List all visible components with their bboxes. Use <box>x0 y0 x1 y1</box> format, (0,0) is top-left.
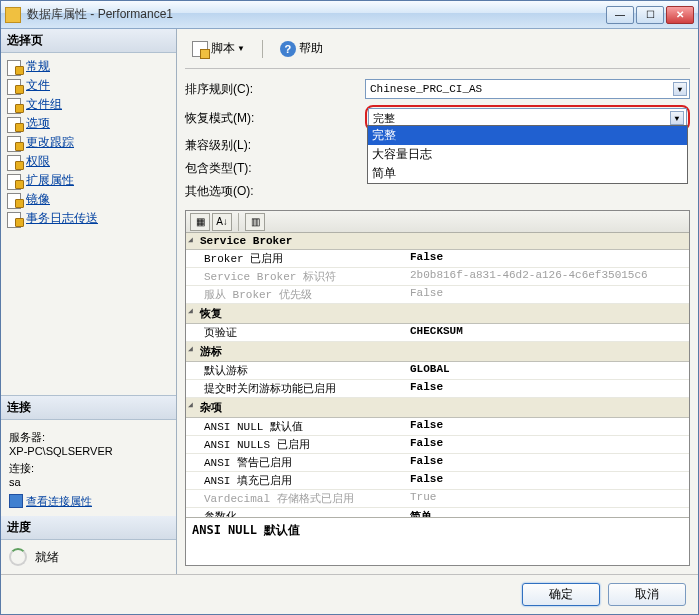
progress-status: 就绪 <box>35 549 59 566</box>
script-icon <box>192 41 208 57</box>
script-button[interactable]: 脚本 ▼ <box>185 37 252 60</box>
recovery-option[interactable]: 简单 <box>368 164 687 183</box>
grid-toolbar: ▦ A↓ ▥ <box>186 211 689 233</box>
dialog-footer: 确定 取消 <box>1 574 698 614</box>
page-icon <box>7 174 23 188</box>
app-icon <box>5 7 21 23</box>
conn-value: sa <box>9 476 168 488</box>
view-connection-link[interactable]: 查看连接属性 <box>9 494 92 509</box>
recovery-dropdown: 完整大容量日志简单 <box>367 125 688 184</box>
page-icon <box>7 212 23 226</box>
grid-category[interactable]: 杂项 <box>186 398 689 418</box>
sidebar-item-6[interactable]: 扩展属性 <box>3 171 174 190</box>
titlebar: 数据库属性 - Performance1 — ☐ ✕ <box>1 1 698 29</box>
page-icon <box>7 79 23 93</box>
select-page-header: 选择页 <box>1 29 176 53</box>
sidebar-item-8[interactable]: 事务日志传送 <box>3 209 174 228</box>
grid-row[interactable]: ANSI 警告已启用False <box>186 454 689 472</box>
sidebar-item-0[interactable]: 常规 <box>3 57 174 76</box>
collation-label: 排序规则(C): <box>185 81 365 98</box>
grid-row[interactable]: 默认游标GLOBAL <box>186 362 689 380</box>
grid-category[interactable]: 恢复 <box>186 304 689 324</box>
grid-row[interactable]: ANSI NULLS 已启用False <box>186 436 689 454</box>
connection-info: 服务器: XP-PC\SQLSERVER 连接: sa 查看连接属性 <box>1 420 176 517</box>
page-icon <box>7 117 23 131</box>
recovery-label: 恢复模式(M): <box>185 110 365 127</box>
collation-combo[interactable]: Chinese_PRC_CI_AS ▼ <box>365 79 690 99</box>
grid-row[interactable]: Vardecimal 存储格式已启用True <box>186 490 689 508</box>
grid-rows[interactable]: Service BrokerBroker 已启用FalseService Bro… <box>186 233 689 517</box>
sidebar-item-2[interactable]: 文件组 <box>3 95 174 114</box>
help-icon: ? <box>280 41 296 57</box>
grid-row[interactable]: 参数化简单 <box>186 508 689 517</box>
sidebar-item-3[interactable]: 选项 <box>3 114 174 133</box>
grid-row[interactable]: Broker 已启用False <box>186 250 689 268</box>
grid-row[interactable]: 服从 Broker 优先级False <box>186 286 689 304</box>
sidebar-item-4[interactable]: 更改跟踪 <box>3 133 174 152</box>
close-button[interactable]: ✕ <box>666 6 694 24</box>
compat-label: 兼容级别(L): <box>185 137 365 154</box>
grid-category[interactable]: Service Broker <box>186 233 689 250</box>
connection-icon <box>9 494 23 508</box>
sidebar-item-7[interactable]: 镜像 <box>3 190 174 209</box>
page-icon <box>7 60 23 74</box>
sidebar-item-1[interactable]: 文件 <box>3 76 174 95</box>
help-button[interactable]: ? 帮助 <box>273 37 330 60</box>
minimize-button[interactable]: — <box>606 6 634 24</box>
connection-header: 连接 <box>1 396 176 420</box>
server-value: XP-PC\SQLSERVER <box>9 445 168 457</box>
grid-row[interactable]: 页验证CHECKSUM <box>186 324 689 342</box>
page-icon <box>7 155 23 169</box>
dialog-window: 数据库属性 - Performance1 — ☐ ✕ 选择页 常规文件文件组选项… <box>0 0 699 615</box>
property-grid: ▦ A↓ ▥ Service BrokerBroker 已启用FalseServ… <box>185 210 690 566</box>
left-pane: 选择页 常规文件文件组选项更改跟踪权限扩展属性镜像事务日志传送 连接 服务器: … <box>1 29 177 574</box>
server-label: 服务器: <box>9 430 168 445</box>
conn-label: 连接: <box>9 461 168 476</box>
categorized-button[interactable]: ▦ <box>190 213 210 231</box>
page-icon <box>7 136 23 150</box>
page-list: 常规文件文件组选项更改跟踪权限扩展属性镜像事务日志传送 <box>1 53 176 232</box>
progress-spinner-icon <box>9 548 27 566</box>
chevron-down-icon: ▼ <box>673 82 687 96</box>
grid-row[interactable]: ANSI 填充已启用False <box>186 472 689 490</box>
property-description: ANSI NULL 默认值 <box>186 517 689 565</box>
maximize-button[interactable]: ☐ <box>636 6 664 24</box>
grid-extra-button[interactable]: ▥ <box>245 213 265 231</box>
ok-button[interactable]: 确定 <box>522 583 600 606</box>
window-title: 数据库属性 - Performance1 <box>27 6 606 23</box>
other-options-label: 其他选项(O): <box>185 183 365 200</box>
chevron-down-icon: ▼ <box>237 44 245 53</box>
grid-row[interactable]: 提交时关闭游标功能已启用False <box>186 380 689 398</box>
page-icon <box>7 98 23 112</box>
cancel-button[interactable]: 取消 <box>608 583 686 606</box>
progress-header: 进度 <box>1 516 176 540</box>
right-pane: 脚本 ▼ ? 帮助 排序规则(C): Chinese_PRC_CI_AS ▼ <box>177 29 698 574</box>
grid-category[interactable]: 游标 <box>186 342 689 362</box>
toolbar: 脚本 ▼ ? 帮助 <box>185 35 690 69</box>
grid-row[interactable]: ANSI NULL 默认值False <box>186 418 689 436</box>
recovery-option[interactable]: 大容量日志 <box>368 145 687 164</box>
sidebar-item-5[interactable]: 权限 <box>3 152 174 171</box>
grid-row[interactable]: Service Broker 标识符2b0b816f-a831-46d2-a12… <box>186 268 689 286</box>
chevron-down-icon: ▼ <box>670 111 684 125</box>
contain-label: 包含类型(T): <box>185 160 365 177</box>
alphabetical-button[interactable]: A↓ <box>212 213 232 231</box>
page-icon <box>7 193 23 207</box>
recovery-option[interactable]: 完整 <box>368 126 687 145</box>
